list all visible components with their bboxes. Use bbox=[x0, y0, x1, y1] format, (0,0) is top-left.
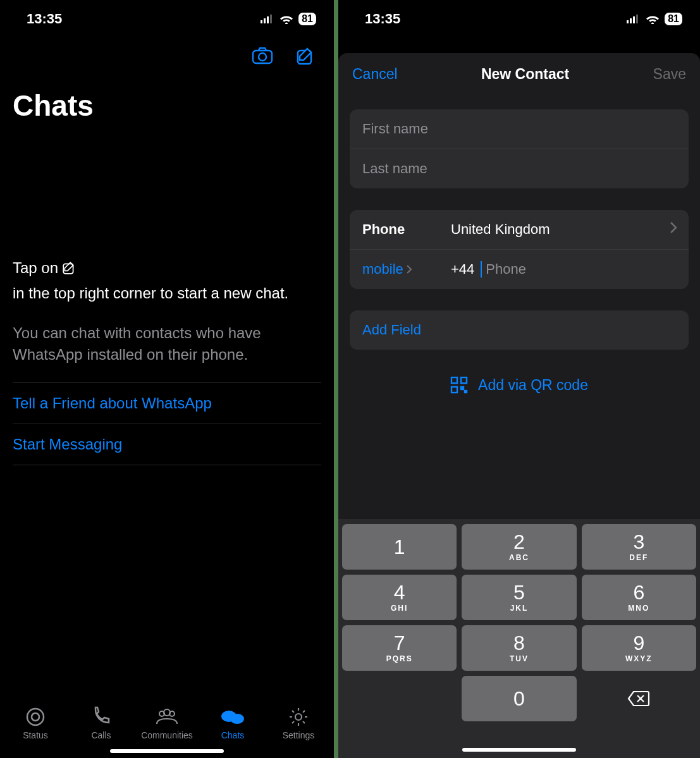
key-4[interactable]: 4GHI bbox=[342, 575, 457, 620]
status-bar: 13:35 81 bbox=[0, 0, 334, 38]
svg-point-15 bbox=[295, 714, 302, 720]
whatsapp-chats-screen: 13:35 81 Chats Tap on in the top right c… bbox=[0, 0, 334, 758]
key-blank bbox=[342, 676, 457, 721]
svg-rect-0 bbox=[261, 20, 262, 23]
key-6[interactable]: 6MNO bbox=[582, 575, 696, 620]
phone-type-button[interactable]: mobile bbox=[362, 261, 445, 278]
wifi-icon bbox=[646, 14, 660, 24]
country-value: United Kingdom bbox=[451, 221, 670, 238]
cellular-icon bbox=[627, 15, 641, 23]
status-bar: 13:35 81 bbox=[338, 0, 700, 38]
tab-communities[interactable]: Communities bbox=[138, 706, 195, 740]
tab-chats[interactable]: Chats bbox=[204, 706, 261, 740]
new-contact-screen: 13:35 81 Cancel New Contact Save First n… bbox=[338, 0, 700, 758]
key-3[interactable]: 3DEF bbox=[582, 524, 696, 570]
chevron-right-icon bbox=[406, 264, 412, 274]
key-0[interactable]: 0 bbox=[462, 676, 576, 721]
home-indicator[interactable] bbox=[110, 749, 224, 753]
svg-rect-1 bbox=[264, 18, 266, 23]
key-5[interactable]: 5JKL bbox=[462, 575, 576, 620]
svg-rect-19 bbox=[636, 15, 638, 23]
svg-rect-18 bbox=[633, 16, 635, 23]
empty-state: Tap on in the top right corner to start … bbox=[0, 129, 334, 701]
camera-icon[interactable] bbox=[252, 47, 273, 68]
svg-rect-16 bbox=[627, 20, 629, 23]
last-name-field[interactable]: Last name bbox=[350, 149, 689, 188]
svg-point-9 bbox=[32, 713, 39, 721]
chats-toolbar bbox=[0, 38, 334, 75]
phone-number-row[interactable]: mobile +44 Phone bbox=[350, 250, 689, 289]
backspace-icon bbox=[627, 690, 650, 707]
svg-rect-2 bbox=[267, 16, 269, 23]
svg-rect-17 bbox=[630, 18, 632, 23]
phone-input[interactable]: Phone bbox=[481, 261, 526, 278]
svg-rect-23 bbox=[461, 387, 464, 389]
battery-indicator: 81 bbox=[298, 13, 316, 25]
home-indicator[interactable] bbox=[462, 748, 576, 752]
backspace-key[interactable] bbox=[582, 676, 696, 721]
status-icons: 81 bbox=[261, 13, 316, 25]
cellular-icon bbox=[261, 15, 274, 23]
start-messaging-link[interactable]: Start Messaging bbox=[13, 424, 321, 465]
phone-group: Phone United Kingdom mobile +44 Phone bbox=[350, 210, 689, 289]
chevron-right-icon bbox=[670, 221, 677, 238]
cancel-button[interactable]: Cancel bbox=[352, 66, 398, 83]
compose-inline-icon bbox=[62, 261, 76, 275]
sheet-title: New Contact bbox=[481, 66, 569, 83]
svg-rect-24 bbox=[465, 391, 467, 393]
new-contact-sheet: Cancel New Contact Save First name Last … bbox=[338, 53, 700, 758]
country-row[interactable]: Phone United Kingdom bbox=[350, 210, 689, 250]
add-field-button[interactable]: Add Field bbox=[350, 310, 689, 350]
add-via-qr-button[interactable]: Add via QR code bbox=[338, 376, 700, 394]
key-8[interactable]: 8TUV bbox=[462, 625, 576, 671]
wifi-icon bbox=[279, 14, 293, 24]
svg-point-8 bbox=[27, 709, 44, 725]
key-2[interactable]: 2ABC bbox=[462, 524, 576, 570]
svg-point-14 bbox=[230, 714, 244, 724]
key-9[interactable]: 9WXYZ bbox=[582, 625, 696, 671]
numeric-keypad: 12ABC3DEF4GHI5JKL6MNO7PQRS8TUV9WXYZ0 bbox=[338, 519, 700, 758]
empty-hint-secondary: You can chat with contacts who have What… bbox=[13, 322, 321, 365]
name-group: First name Last name bbox=[350, 109, 689, 188]
key-7[interactable]: 7PQRS bbox=[342, 625, 457, 671]
battery-indicator: 81 bbox=[665, 13, 682, 25]
dial-code: +44 bbox=[451, 261, 474, 278]
tab-calls[interactable]: Calls bbox=[73, 706, 130, 740]
tab-settings[interactable]: Settings bbox=[270, 706, 327, 740]
compose-icon[interactable] bbox=[296, 47, 315, 68]
svg-rect-22 bbox=[451, 387, 457, 393]
status-icons: 81 bbox=[627, 13, 682, 25]
key-1[interactable]: 1 bbox=[342, 524, 457, 570]
tab-status[interactable]: Status bbox=[7, 706, 64, 740]
svg-point-5 bbox=[259, 53, 266, 61]
empty-hint-primary: Tap on in the top right corner to start … bbox=[13, 257, 321, 305]
save-button[interactable]: Save bbox=[653, 66, 686, 83]
sheet-header: Cancel New Contact Save bbox=[338, 53, 700, 94]
first-name-field[interactable]: First name bbox=[350, 109, 689, 149]
clock: 13:35 bbox=[27, 11, 62, 27]
svg-rect-3 bbox=[270, 15, 272, 23]
clock: 13:35 bbox=[365, 11, 400, 27]
qr-icon bbox=[450, 376, 468, 394]
svg-rect-20 bbox=[451, 377, 457, 383]
phone-label: Phone bbox=[362, 221, 451, 238]
tell-friend-link[interactable]: Tell a Friend about WhatsApp bbox=[13, 382, 321, 424]
page-title: Chats bbox=[0, 75, 334, 129]
svg-rect-21 bbox=[461, 377, 467, 383]
